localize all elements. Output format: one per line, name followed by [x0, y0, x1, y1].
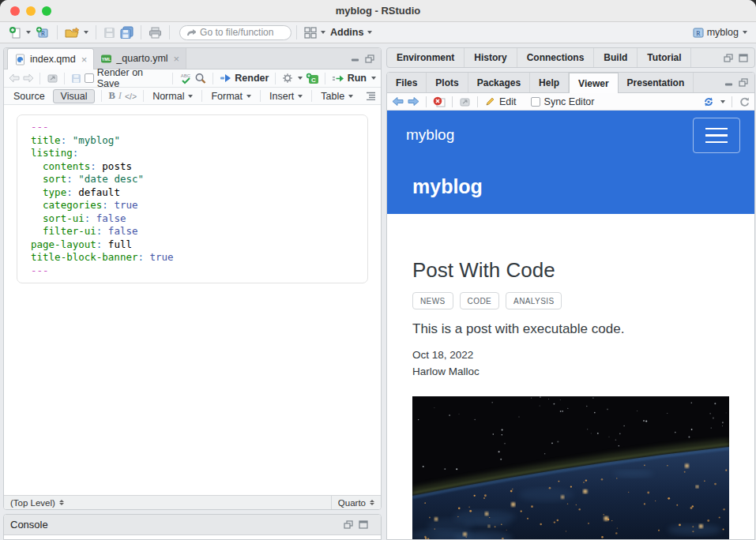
save-all-button[interactable]	[118, 24, 136, 40]
sync-caret-icon[interactable]	[720, 100, 725, 103]
clear-viewer-icon[interactable]	[433, 96, 446, 107]
goto-file-search[interactable]	[179, 25, 291, 40]
zoom-window-button[interactable]	[42, 6, 51, 16]
viewer-pane-tabbar: FilesPlotsPackagesHelpViewerPresentation	[387, 73, 754, 93]
new-project-button[interactable]: R	[33, 24, 52, 41]
restore-pane-icon[interactable]	[739, 78, 748, 87]
maximize-pane-icon[interactable]	[359, 520, 368, 529]
maximize-pane-icon[interactable]	[739, 54, 748, 62]
quarto-file-icon	[14, 54, 26, 66]
yaml-metadata-block[interactable]: ---title: "myblog"listing: contents: pos…	[17, 114, 368, 283]
pane-tab-environment[interactable]: Environment	[387, 48, 465, 67]
sync-publish-icon[interactable]	[702, 96, 715, 107]
language-selector[interactable]: Quarto	[331, 496, 381, 509]
save-document-icon[interactable]	[71, 73, 81, 84]
pane-tab-viewer[interactable]: Viewer	[569, 73, 618, 93]
inline-code-button[interactable]: </>	[125, 92, 137, 101]
console-body[interactable]	[4, 535, 381, 539]
run-caret-icon[interactable]	[371, 77, 376, 80]
render-on-save-checkbox[interactable]	[85, 73, 94, 83]
edit-label[interactable]: Edit	[499, 96, 517, 107]
format-dropdown[interactable]: Format	[209, 89, 254, 103]
pane-tab-files[interactable]: Files	[387, 73, 427, 92]
titlebar: myblog - RStudio	[0, 0, 756, 22]
pane-tab-presentation[interactable]: Presentation	[619, 73, 694, 92]
gear-icon[interactable]	[282, 73, 293, 84]
visual-mode-toolbar: Source Visual B I </> Normal Format	[4, 88, 381, 105]
visual-mode-button[interactable]: Visual	[53, 89, 96, 103]
open-file-button[interactable]	[62, 25, 91, 40]
window-title: myblog - RStudio	[336, 5, 421, 17]
gear-caret-icon[interactable]	[298, 77, 303, 80]
project-cube-icon: R	[692, 27, 705, 39]
insert-chunk-icon[interactable]: C	[306, 73, 318, 84]
outline-toggle-icon[interactable]	[366, 92, 376, 100]
forward-icon[interactable]	[23, 73, 34, 83]
console-header[interactable]: Console	[4, 515, 381, 535]
svg-text:ABC: ABC	[181, 73, 191, 78]
save-button[interactable]	[101, 25, 118, 40]
bold-button[interactable]: B	[108, 90, 115, 102]
editor-pane-controls	[351, 48, 381, 69]
back-icon[interactable]	[9, 73, 20, 83]
pane-tab-connections[interactable]: Connections	[517, 48, 595, 67]
editor-tab-index-qmd[interactable]: index.qmd×	[7, 48, 94, 69]
pane-tab-build[interactable]: Build	[594, 48, 638, 67]
minimize-window-button[interactable]	[26, 6, 36, 16]
render-on-save-label: Render on Save	[97, 67, 166, 89]
addins-button[interactable]: Addins	[328, 25, 374, 39]
blog-title: myblog	[412, 175, 483, 198]
tab-close-icon[interactable]: ×	[174, 54, 180, 64]
code-editor[interactable]: ---title: "myblog"listing: contents: pos…	[4, 105, 381, 495]
print-button[interactable]	[146, 25, 164, 40]
new-file-button[interactable]	[6, 24, 33, 41]
viewer-forward-icon[interactable]	[408, 96, 419, 107]
toolbar-separator	[101, 90, 102, 102]
addins-caret-icon	[367, 31, 372, 34]
navbar-brand[interactable]: myblog	[406, 126, 454, 144]
restore-pane-icon[interactable]	[724, 54, 733, 62]
environment-pane-header: EnvironmentHistoryConnectionsBuildTutori…	[386, 47, 755, 68]
edit-pencil-icon[interactable]	[484, 96, 495, 107]
maximize-pane-icon[interactable]	[365, 54, 374, 63]
pane-tab-help[interactable]: Help	[530, 73, 569, 92]
table-dropdown[interactable]: Table	[318, 89, 355, 103]
run-icon[interactable]	[332, 74, 344, 83]
close-window-button[interactable]	[10, 6, 20, 16]
pane-tab-tutorial[interactable]: Tutorial	[638, 48, 691, 67]
tab-close-icon[interactable]: ×	[81, 54, 88, 65]
italic-button[interactable]: I	[118, 90, 122, 102]
post-tag-badge[interactable]: CODE	[460, 292, 500, 309]
editor-tab-quarto-yml[interactable]: YML_quarto.yml×	[94, 48, 186, 69]
minimize-pane-icon[interactable]	[724, 79, 733, 87]
paragraph-style-dropdown[interactable]: Normal	[150, 89, 195, 103]
viewer-back-icon[interactable]	[392, 96, 404, 107]
source-column: index.qmd×YML_quarto.yml× Render on Save	[3, 47, 382, 540]
post-tag-badge[interactable]: ANALYSIS	[506, 292, 562, 309]
post-tag-badge[interactable]: NEWS	[412, 292, 453, 309]
pane-tab-plots[interactable]: Plots	[427, 73, 468, 92]
project-menu-button[interactable]: R myblog	[690, 25, 750, 40]
table-label: Table	[321, 91, 344, 102]
render-icon[interactable]	[220, 73, 231, 83]
minimize-pane-icon[interactable]	[351, 54, 359, 62]
pane-layout-button[interactable]	[302, 25, 328, 40]
open-in-window-icon[interactable]	[47, 73, 58, 83]
pane-tab-history[interactable]: History	[465, 48, 517, 67]
insert-dropdown[interactable]: Insert	[267, 89, 305, 103]
search-icon[interactable]	[194, 73, 205, 84]
restore-pane-icon[interactable]	[344, 520, 353, 529]
render-label[interactable]: Render	[235, 73, 269, 84]
pane-tab-packages[interactable]: Packages	[468, 73, 530, 92]
source-mode-button[interactable]: Source	[9, 90, 50, 103]
sync-editor-checkbox[interactable]	[531, 97, 540, 107]
open-in-window-icon[interactable]	[459, 97, 471, 107]
hamburger-menu-button[interactable]	[693, 118, 740, 153]
toolbar-separator	[296, 25, 297, 39]
yaml-file-icon: YML	[100, 53, 112, 65]
scope-selector[interactable]: (Top Level)	[4, 498, 331, 508]
goto-file-input[interactable]	[200, 27, 284, 38]
spellcheck-icon[interactable]: ABC	[179, 73, 191, 84]
refresh-icon[interactable]	[739, 96, 750, 107]
run-label[interactable]: Run	[348, 73, 367, 84]
